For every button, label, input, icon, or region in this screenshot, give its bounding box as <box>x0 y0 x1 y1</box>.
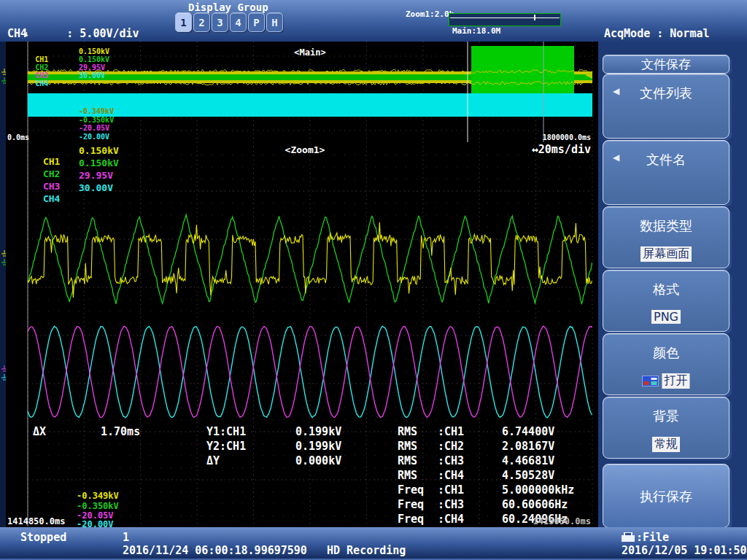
background-value: 常规 <box>652 437 680 452</box>
clock-datetime: 2016/12/05 19:01:50 <box>622 544 747 557</box>
meas-val: 60.60606Hz <box>502 499 568 511</box>
main-time-right: 1800000.0ms <box>543 133 591 141</box>
meas-ch: :CH1 <box>438 484 464 497</box>
cursor-dy-label: ΔY <box>206 455 220 467</box>
trigger-position-icon[interactable]: ↓ <box>24 29 29 39</box>
cursor-y2-label: Y2:CH1 <box>206 440 246 453</box>
main-ch4-bottom-value: -20.00V <box>79 133 109 141</box>
main-window-title: <Main> <box>294 48 325 58</box>
display-group-button-2[interactable]: 2 <box>193 12 210 32</box>
meas-val: 4.46681V <box>502 455 554 467</box>
menu-button-color[interactable]: 颜色 打开 <box>603 333 729 395</box>
display-group-button-3[interactable]: 3 <box>212 12 228 32</box>
cursor-dx-label: ΔX <box>33 426 46 438</box>
waveform-trace-ch2 <box>28 215 592 304</box>
cursor-y1-value: 0.199kV <box>295 426 341 438</box>
ch2-expanded-block <box>471 46 574 93</box>
format-value: PNG <box>651 310 681 324</box>
main-ch3-bottom-value: -20.05V <box>79 124 109 132</box>
display-group-buttons: 1 2 3 4 P H <box>175 12 283 32</box>
meas-row: Freq <box>398 513 424 526</box>
zoom-time-right: 1415050.0ms <box>533 517 591 526</box>
main-record-length-label: Main:18.0M <box>452 26 500 36</box>
meas-ch: :CH4 <box>438 470 464 482</box>
cursor-dy-value: 0.000kV <box>295 455 341 467</box>
menu-button-background[interactable]: 背景 常规 <box>603 397 729 459</box>
color-palette-icon <box>643 376 659 386</box>
meas-row: RMS <box>398 455 417 467</box>
menu-button-file-name[interactable]: ◀ 文件名 <box>603 140 729 205</box>
meas-ch: :CH3 <box>438 499 464 511</box>
zoom-ch4-row: CH430.00V <box>9 182 60 204</box>
display-group-button-1[interactable]: 1 <box>175 12 192 32</box>
header-bar: CH4 : 5.00V/div Position : -1.00 div Dis… <box>0 0 747 42</box>
main-ch2-bottom-value: -0.350kV <box>79 116 114 124</box>
menu-button-format[interactable]: 格式 PNG <box>603 270 729 332</box>
main-time-left: 0.0ms <box>7 133 29 141</box>
meas-row: Freq <box>398 484 424 497</box>
menu-title-file-save: 文件保存 <box>603 55 729 74</box>
display-group-button-4[interactable]: 4 <box>230 12 247 32</box>
file-destination-label: :File <box>636 531 669 544</box>
zoom-time-left: 1414850.0ms <box>7 517 65 526</box>
soft-menu-sidebar: 文件保存 ◀ 文件列表 ◀ 文件名 数据类型 屏幕画面 格式 PNG 颜色 <box>598 42 747 527</box>
menu-button-execute-save[interactable]: 执行保存 <box>603 464 729 528</box>
meas-val: 6.74400V <box>502 426 554 438</box>
meas-ch: :CH3 <box>438 455 464 467</box>
status-bar: Stopped 1 2016/11/24 06:00:18.99697590 H… <box>0 527 747 560</box>
meas-val: 2.08167V <box>502 440 554 453</box>
cursor-y1-label: Y1:CH1 <box>206 426 246 438</box>
zoom-ch1-bottom-value: -0.349kV <box>77 491 119 501</box>
acquisition-timestamp: 2016/11/24 06:00:18.99697590 <box>123 544 307 557</box>
meas-val: 5.000000kHz <box>502 484 574 497</box>
meas-ch: :CH2 <box>438 440 464 453</box>
meas-row: RMS <box>398 470 417 482</box>
zoom-timebase-label: ↔20ms/div <box>532 144 591 156</box>
meas-ch: :CH1 <box>438 426 464 438</box>
run-status: Stopped <box>20 531 66 544</box>
meas-row: Freq <box>398 499 424 511</box>
meas-val: 4.50528V <box>502 470 554 482</box>
display-group-button-h[interactable]: H <box>266 12 283 32</box>
meas-row: RMS <box>398 426 417 438</box>
color-value: 打开 <box>662 373 690 389</box>
cursor-y2-value: 0.199kV <box>295 440 341 453</box>
zoom-factor-label: Zoom1:2.0k <box>406 9 454 19</box>
zoom-window-title: <Zoom1> <box>285 144 325 155</box>
waveform-display-area: <Main> CH10.150kV CH20.150kV CH329.95V C… <box>6 42 598 527</box>
display-group-button-p[interactable]: P <box>248 12 265 32</box>
main-ch4-row: CH430.00V <box>9 71 48 88</box>
menu-button-data-type[interactable]: 数据类型 屏幕画面 <box>603 206 729 268</box>
zoom-bar-cursor[interactable] <box>534 15 535 20</box>
acq-mode-text: AcqMode : Normal <box>604 28 716 40</box>
oscilloscope-screen: CH4 : 5.00V/div Position : -1.00 div Dis… <box>0 0 747 560</box>
acquisition-count: 1 <box>123 531 129 544</box>
display-group-label: Display Group <box>188 1 268 13</box>
hd-recording-status: HD Recording <box>327 544 406 557</box>
cursor-dx-value: 1.70ms <box>101 426 140 438</box>
zoom-bar-track <box>450 18 560 18</box>
left-edge-strip <box>0 42 6 527</box>
main-ch1-bottom-value: -0.349kV <box>79 107 114 115</box>
meas-ch: :CH4 <box>438 513 464 526</box>
storage-media-icon <box>622 532 635 542</box>
meas-row: RMS <box>398 440 417 453</box>
data-type-value: 屏幕画面 <box>640 246 692 262</box>
menu-button-file-list[interactable]: ◀ 文件列表 <box>603 74 729 139</box>
zoom-position-bar[interactable] <box>449 13 561 26</box>
